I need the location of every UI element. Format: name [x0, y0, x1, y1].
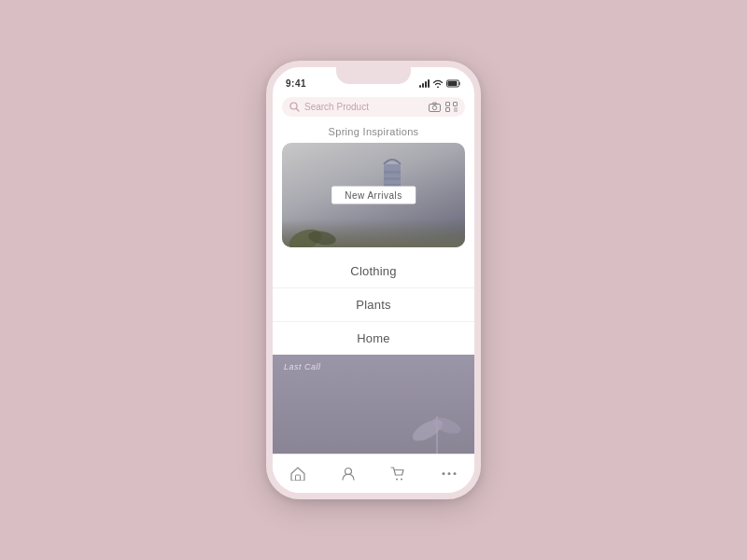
svg-rect-7 [446, 103, 450, 106]
svg-rect-1 [448, 81, 458, 86]
search-icon [289, 102, 300, 112]
hero-leaf [287, 221, 343, 247]
nav-more[interactable] [432, 468, 466, 480]
phone-content: Spring Inspirations New Arrivals [273, 122, 474, 454]
search-placeholder: Search Product [304, 102, 424, 112]
bottom-preview-section: Last Call [273, 355, 474, 454]
svg-point-2 [290, 103, 297, 109]
svg-point-27 [442, 472, 444, 475]
signal-icon [419, 79, 430, 88]
bottom-nav [273, 454, 474, 493]
svg-point-29 [453, 472, 456, 475]
home-icon [290, 467, 305, 481]
hero-banner[interactable]: New Arrivals [282, 143, 465, 247]
profile-icon [342, 467, 355, 481]
svg-rect-4 [430, 105, 441, 112]
camera-icon[interactable] [429, 102, 441, 112]
status-time: 9:41 [286, 78, 306, 89]
phone-notch [336, 67, 411, 84]
svg-point-28 [447, 472, 450, 475]
bottom-leaf-decor [409, 407, 465, 454]
last-call-label: Last Call [284, 362, 321, 371]
search-right-icons [429, 102, 458, 112]
status-icons [419, 79, 461, 88]
bag-decoration [374, 150, 410, 216]
svg-rect-8 [454, 103, 458, 106]
battery-icon [446, 79, 461, 88]
cart-icon [390, 467, 405, 481]
more-icon [442, 471, 457, 476]
wifi-icon [432, 79, 444, 88]
svg-rect-15 [384, 177, 401, 180]
category-item-home[interactable]: Home [273, 322, 474, 355]
category-item-plants[interactable]: Plants [273, 288, 474, 322]
svg-rect-23 [296, 475, 301, 481]
search-bar[interactable]: Search Product [282, 97, 465, 117]
category-item-clothing[interactable]: Clothing [273, 255, 474, 288]
nav-cart[interactable] [381, 463, 415, 484]
nav-home[interactable] [281, 463, 315, 484]
svg-rect-14 [384, 171, 401, 174]
svg-rect-9 [446, 108, 450, 112]
nav-profile[interactable] [332, 463, 364, 484]
svg-point-5 [432, 105, 436, 109]
phone-shell: 9:41 S [266, 61, 481, 499]
svg-line-3 [297, 109, 300, 112]
category-list: Clothing Plants Home [273, 255, 474, 355]
scan-icon[interactable] [445, 102, 458, 112]
hero-new-arrivals-label[interactable]: New Arrivals [331, 187, 416, 204]
svg-point-26 [401, 479, 402, 481]
section-title: Spring Inspirations [273, 126, 474, 137]
svg-point-25 [396, 479, 398, 481]
